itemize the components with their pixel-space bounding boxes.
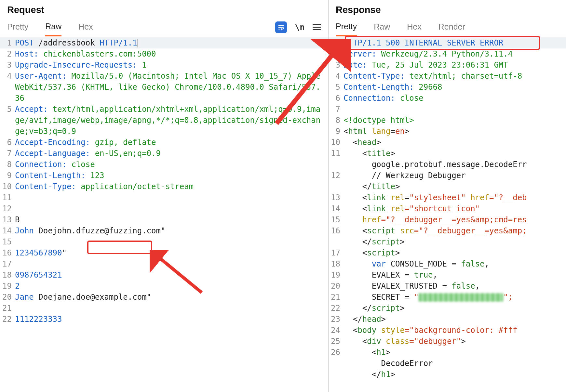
response-tabs: Pretty Raw Hex Render xyxy=(329,19,566,36)
request-editor[interactable]: 1POST /addressbook HTTP/1.1 2Host: chick… xyxy=(0,36,328,392)
status-line: 500 INTERNAL SERVER ERROR xyxy=(386,38,503,47)
tab-pretty-resp[interactable]: Pretty xyxy=(336,19,357,36)
tab-pretty[interactable]: Pretty xyxy=(7,19,28,35)
tab-render-resp[interactable]: Render xyxy=(438,19,465,35)
tab-raw-resp[interactable]: Raw xyxy=(374,19,390,35)
response-editor[interactable]: 1HTTP/1.1 500 INTERNAL SERVER ERROR 2Ser… xyxy=(329,36,566,392)
tab-hex-resp[interactable]: Hex xyxy=(407,19,421,35)
http-method: POST xyxy=(15,38,34,47)
redacted-secret xyxy=(419,293,503,302)
hamburger-icon[interactable] xyxy=(313,24,321,30)
request-tabs: Pretty Raw Hex \n xyxy=(0,19,328,36)
newline-toggle[interactable]: \n xyxy=(295,22,305,32)
response-title: Response xyxy=(329,0,566,19)
request-panel: Request Pretty Raw Hex \n 1POST /address… xyxy=(0,0,329,392)
response-panel: Response Pretty Raw Hex Render 1HTTP/1.1… xyxy=(329,0,566,392)
tab-raw[interactable]: Raw xyxy=(45,19,61,36)
request-actions: \n xyxy=(275,21,321,33)
wrap-toggle-icon[interactable] xyxy=(275,21,287,33)
tab-hex[interactable]: Hex xyxy=(78,19,93,35)
request-title: Request xyxy=(0,0,328,19)
text-cursor xyxy=(138,39,138,47)
fuzzed-segment: fuzze@fuzzing xyxy=(81,226,142,235)
